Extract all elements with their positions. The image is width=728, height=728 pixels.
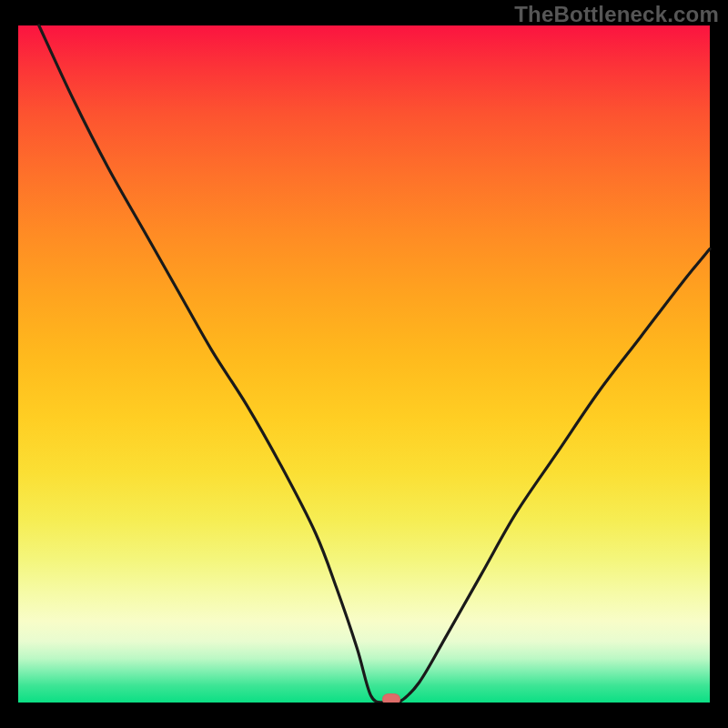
bottleneck-curve xyxy=(18,25,710,703)
bottom-border xyxy=(0,703,728,728)
plot-area xyxy=(18,25,710,703)
chart-frame: TheBottleneck.com xyxy=(0,0,728,728)
watermark-text: TheBottleneck.com xyxy=(514,2,719,27)
